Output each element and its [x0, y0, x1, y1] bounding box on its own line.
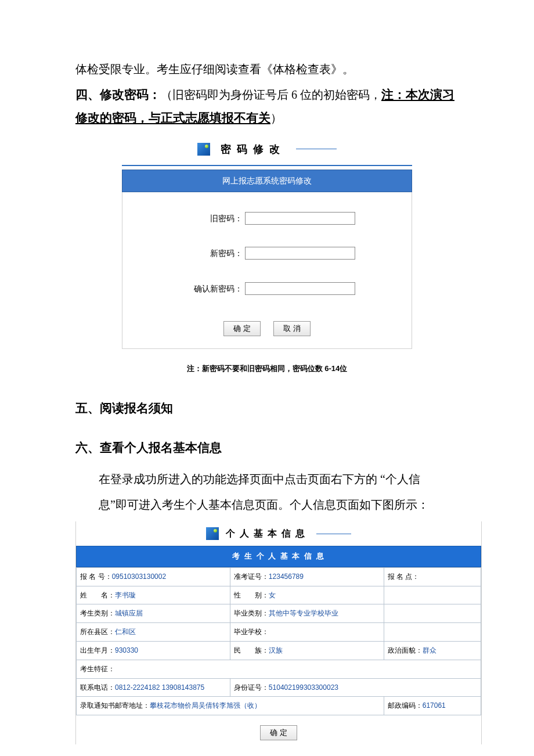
regno-label: 报 名 号： — [80, 573, 112, 581]
personal-info-panel: 个人基本信息 考 生 个 人 基 本 信 息 报 名 号：09510303130… — [75, 521, 482, 744]
confirm-password-row: 确认新密码： — [134, 281, 400, 297]
old-password-label: 旧密码： — [179, 211, 243, 226]
addr-value: 攀枝花市物价局吴倩转李旭强（收） — [150, 701, 261, 710]
password-header-title: 密码修改 — [221, 139, 286, 159]
site-label: 报 名 点： — [388, 573, 420, 581]
birth-label: 出生年月： — [80, 646, 115, 654]
password-bar: 网上报志愿系统密码修改 — [122, 170, 412, 192]
panel-logo-icon — [206, 527, 219, 540]
info-header: 个人基本信息 — [76, 521, 481, 546]
table-row: 姓 名：李书璇 性 别：女 — [77, 586, 481, 604]
nation-label: 民 族： — [234, 646, 269, 654]
info-table: 报 名 号：09510303130002 准考证号：123456789 报 名 … — [76, 567, 481, 715]
password-note: 注：新密码不要和旧密码相同，密码位数 6-14位 — [122, 362, 412, 376]
new-password-input[interactable] — [245, 247, 355, 260]
panel-logo-icon — [197, 143, 210, 156]
confirm-password-input[interactable] — [245, 282, 355, 295]
old-password-row: 旧密码： — [134, 211, 400, 226]
new-password-row: 新密码： — [134, 246, 400, 261]
addr-label: 录取通知书邮寄地址： — [80, 701, 150, 710]
table-row: 出生年月：930330 民 族：汉族 政治面貌：群众 — [77, 642, 481, 660]
section-4-desc: （旧密码即为身份证号后 6 位的初始密码， — [161, 88, 381, 101]
section-6-p2: 息”即可进入考生个人基本信息页面。个人信息页面如下图所示： — [75, 494, 459, 516]
name-label: 姓 名： — [80, 591, 115, 599]
pol-value: 群众 — [423, 646, 436, 654]
regno-value: 09510303130002 — [112, 573, 166, 581]
zip-value: 617061 — [423, 701, 446, 710]
grad-label: 毕业类别： — [234, 609, 269, 617]
sex-value: 女 — [269, 591, 276, 599]
old-password-input[interactable] — [245, 212, 355, 225]
password-change-panel: 密码修改 网上报志愿系统密码修改 旧密码： 新密码： 确认新密码： 确 定 取 … — [122, 136, 412, 376]
section-5-title: 五、阅读报名须知 — [75, 397, 459, 420]
password-form: 旧密码： 新密码： 确认新密码： 确 定 取 消 — [122, 192, 412, 350]
info-button-row: 确 定 — [76, 715, 481, 744]
cat-value: 城镇应届 — [115, 609, 143, 617]
table-row: 考生类别：城镇应届 毕业类别：其他中等专业学校毕业 — [77, 604, 481, 623]
grad-value: 其他中等专业学校毕业 — [269, 609, 338, 617]
cat-label: 考生类别： — [80, 609, 115, 617]
section-4-prefix: 四、修改密码： — [75, 88, 161, 102]
table-row: 考生特征： — [77, 660, 481, 678]
new-password-label: 新密码： — [179, 246, 243, 261]
cancel-button[interactable]: 取 消 — [273, 321, 311, 336]
phone-label: 联系电话： — [80, 683, 115, 692]
table-row: 联系电话：0812-2224182 13908143875 身份证号：51040… — [77, 678, 481, 697]
header-underline-icon — [296, 149, 337, 149]
name-value: 李书璇 — [115, 591, 136, 599]
id-label: 身份证号： — [234, 683, 269, 692]
password-button-row: 确 定 取 消 — [134, 316, 400, 338]
confirm-password-label: 确认新密码： — [179, 281, 243, 297]
info-header-title: 个人基本信息 — [226, 525, 309, 542]
school-label: 毕业学校： — [234, 628, 269, 636]
section-6-p1: 在登录成功所进入的功能选择页面中点击页面右下方的 “个人信 — [75, 468, 459, 490]
birth-value: 930330 — [115, 646, 138, 654]
intro-line: 体检受限专业。考生应仔细阅读查看《体格检查表》。 — [75, 58, 459, 80]
county-value: 仁和区 — [115, 628, 136, 636]
table-row: 所在县区：仁和区 毕业学校： — [77, 623, 481, 642]
section-4-note-word: 注： — [381, 88, 406, 102]
examno-value: 123456789 — [269, 573, 304, 581]
info-bar: 考 生 个 人 基 本 信 息 — [76, 546, 481, 567]
header-underline-icon — [316, 534, 351, 534]
section-4: 四、修改密码：（旧密码即为身份证号后 6 位的初始密码，注：本次演习修改的密码，… — [75, 84, 459, 130]
nation-value: 汉族 — [269, 646, 283, 654]
info-confirm-button[interactable]: 确 定 — [260, 725, 297, 740]
sex-label: 性 别： — [234, 591, 269, 599]
table-row: 录取通知书邮寄地址：攀枝花市物价局吴倩转李旭强（收） 邮政编码：617061 — [77, 697, 481, 715]
county-label: 所在县区： — [80, 628, 115, 636]
section-6-title: 六、查看个人报名基本信息 — [75, 437, 459, 460]
id-value: 510402199303300023 — [269, 683, 338, 692]
pol-label: 政治面貌： — [388, 646, 423, 654]
examno-label: 准考证号： — [234, 573, 269, 581]
phone-value: 0812-2224182 13908143875 — [115, 683, 204, 692]
table-row: 报 名 号：09510303130002 准考证号：123456789 报 名 … — [77, 567, 481, 586]
section-4-suffix: ） — [270, 111, 282, 124]
confirm-button[interactable]: 确 定 — [223, 321, 261, 336]
password-header: 密码修改 — [122, 136, 412, 166]
feature-label: 考生特征： — [80, 665, 115, 673]
zip-label: 邮政编码： — [388, 701, 423, 710]
